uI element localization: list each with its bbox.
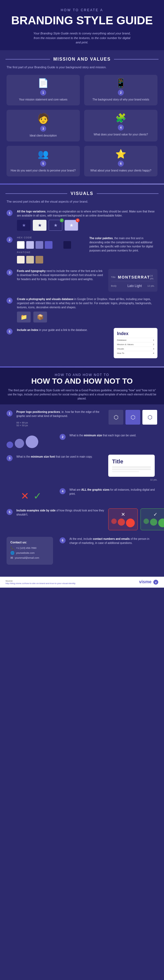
source-container: Source: http://blog.visme.co/how-to-site… — [5, 580, 75, 585]
mission-item-1-text: Your mission statement and core values — [19, 98, 67, 102]
howto-desc: The third part of your Branding Style Gu… — [6, 388, 158, 401]
pantone-palette — [17, 256, 85, 264]
mission-item-4: 🧩 4 What does your brand value for your … — [84, 110, 158, 142]
hex-label: HEX CODE — [17, 236, 85, 239]
header-line-right — [114, 59, 159, 59]
howto-right-4: ✕ ✓ — [6, 488, 56, 502]
howto-section: 1 Proper logo positioning practices; ie.… — [0, 404, 164, 577]
index-divider — [117, 338, 154, 338]
web-icon: 🌐 — [10, 551, 14, 555]
index-item-4: How To4 — [117, 352, 154, 355]
howto-item-4: ✕ ✓ 4 What are ALL the graphic sizes for… — [0, 488, 164, 502]
dropbox-icon: 📦 — [33, 312, 47, 323]
pos-example-2: ⬡ — [126, 410, 140, 425]
graphic-marks: ✕ ✓ — [6, 490, 56, 502]
howto-label: how to AND HOW Not to — [6, 373, 158, 377]
drive-icons: 📁 📦 — [17, 312, 158, 323]
howto-header: how to AND HOW Not to HOW TO AND HOW NOT… — [0, 368, 164, 404]
logo-cross: ★ ✕ — [65, 220, 78, 231]
good-mark: ✓ — [143, 511, 164, 517]
howto-left-2: What is the minimum size that each logo … — [69, 433, 158, 438]
logo-dark: ★ — [17, 220, 30, 231]
visual-num-5: 5 — [6, 328, 13, 334]
mission-section: Mission and Values The first part of you… — [0, 50, 164, 184]
mission-item-5-text: How do you want your clients to perceive… — [11, 169, 76, 173]
visme-text: visme — [139, 579, 151, 584]
item-number-3: 3 — [40, 126, 46, 132]
howto-right-3: Title 32 pts. — [108, 455, 158, 481]
color-medium-purple — [35, 241, 43, 249]
visual-num-4: 4 — [6, 298, 13, 304]
howto-item-6: Contact us: 📞 +1 (123) 456-7890 🌐 yourwe… — [0, 537, 164, 565]
howto-text-3: What is the minimum size font that can b… — [16, 455, 104, 459]
visual-content-2-left: HEX CODE — [17, 236, 85, 264]
logo-check: ★ ✓ — [49, 220, 62, 231]
visual-num-3: 3 — [6, 269, 13, 275]
typo-body-font: Lato Light — [127, 284, 142, 288]
howto-text-6: At the end, include contact numbers and … — [69, 537, 158, 545]
bad-circle-3 — [126, 519, 135, 527]
visual-text-3: Fonts and typography need to include the… — [17, 269, 104, 281]
title-box: Title — [108, 455, 155, 477]
howto-right-2 — [6, 433, 56, 448]
pos-example-3: ⬡ — [142, 410, 157, 425]
header: How to Create a Branding Style Guide You… — [0, 0, 164, 50]
pantone-1 — [17, 256, 25, 264]
index-box: Index Database:1 Mission & Values2 Visua… — [114, 328, 158, 358]
mission-item-3-text: Ideal client description — [30, 134, 57, 138]
contact-box: Contact us: 📞 +1 (123) 456-7890 🌐 yourwe… — [6, 537, 53, 565]
logo-variants: ★ ★ ★ ✓ ★ ✕ — [17, 220, 158, 231]
color-dark-purple — [54, 241, 62, 249]
bad-circle-1 — [111, 519, 117, 524]
side-by-side-examples: ✕ ✓ — [108, 508, 158, 530]
howto-right-1: ⬡ ⬡ ⬡ — [108, 410, 158, 425]
visuals-line-right — [97, 193, 159, 194]
visuals-line-left — [5, 193, 67, 194]
phone-icon: 📱 — [115, 79, 126, 88]
contact-email-address: youremail@email.com — [15, 557, 39, 559]
howto-num-5: 5 — [6, 509, 13, 515]
check-badge: ✓ — [60, 218, 64, 222]
howto-num-2: 2 — [60, 434, 65, 440]
howto-item-3: 3 What is the minimum size font that can… — [0, 455, 164, 481]
person-icon: 🧑 — [37, 114, 49, 123]
howto-item-1: 1 Proper logo positioning practices; ie.… — [0, 410, 164, 427]
typo-body-row: Body Lato Light 12 pts. — [111, 283, 155, 289]
howto-right-6: Contact us: 📞 +1 (123) 456-7890 🌐 yourwe… — [6, 537, 56, 565]
title-box-line-1 — [112, 466, 151, 468]
visual-item-3: 3 Fonts and typography need to include t… — [0, 269, 164, 292]
size-label-2: 50 × 50 px — [16, 424, 104, 427]
contact-email: ✉ youremail@email.com — [10, 556, 49, 560]
title-box-title: Title — [112, 458, 151, 465]
howto-num-3: 3 — [6, 455, 13, 461]
mission-item-5: 👥 5 How do you want your clients to perc… — [6, 146, 80, 177]
typo-title-font: MONTSERRAT — [118, 275, 150, 279]
index-divider-3 — [117, 347, 154, 347]
pantone-3 — [35, 256, 43, 264]
cross-badge: ✕ — [76, 218, 80, 222]
howto-text-2: What is the minimum size that each logo … — [69, 433, 158, 438]
circle-small — [6, 442, 13, 448]
color-white — [17, 241, 25, 249]
index-title: Index — [117, 331, 154, 336]
visuals-section: Visuals The second part includes all the… — [0, 185, 164, 366]
bad-circle-2 — [118, 519, 125, 526]
howto-title: HOW TO AND HOW NOT TO — [6, 377, 158, 385]
index-divider-4 — [117, 351, 154, 351]
visual-num-2: 2 — [6, 237, 13, 243]
item-number-4: 4 — [118, 124, 124, 130]
puzzle-icon: 🧩 — [115, 114, 126, 123]
howto-text-1: Proper logo positioning practices; ie. h… — [16, 410, 104, 418]
howto-text-4: What are ALL the graphic sizes for all i… — [69, 488, 158, 496]
mission-section-header: Mission and Values — [5, 57, 159, 62]
phone-contact-icon: 📞 — [10, 546, 14, 550]
typo-title-label: Title — [111, 276, 118, 278]
check-mark: ✓ — [33, 490, 41, 502]
pantone-tan — [26, 256, 34, 264]
howto-left-6: At the end, include contact numbers and … — [69, 537, 158, 545]
good-circle-1 — [143, 519, 149, 524]
howto-text-5: Include examples side by side of how thi… — [16, 508, 104, 517]
swatch-3 — [35, 241, 43, 249]
mission-desc: The first part of your Branding Guide is… — [6, 65, 158, 70]
drive-icon: 📁 — [17, 312, 30, 323]
